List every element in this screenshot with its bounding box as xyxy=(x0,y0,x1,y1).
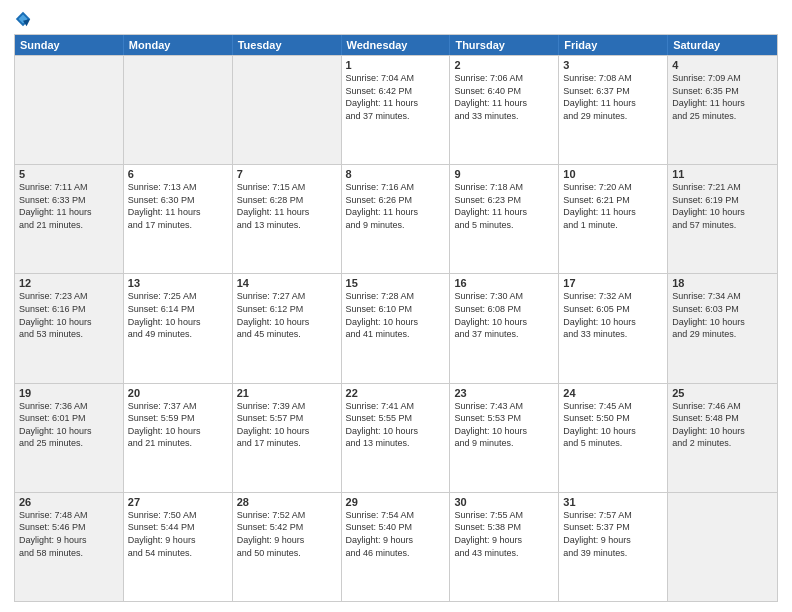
day-info: Sunrise: 7:45 AM Sunset: 5:50 PM Dayligh… xyxy=(563,400,663,450)
day-cell-15: 15Sunrise: 7:28 AM Sunset: 6:10 PM Dayli… xyxy=(342,274,451,382)
day-cell-24: 24Sunrise: 7:45 AM Sunset: 5:50 PM Dayli… xyxy=(559,384,668,492)
day-info: Sunrise: 7:54 AM Sunset: 5:40 PM Dayligh… xyxy=(346,509,446,559)
day-info: Sunrise: 7:16 AM Sunset: 6:26 PM Dayligh… xyxy=(346,181,446,231)
day-cell-26: 26Sunrise: 7:48 AM Sunset: 5:46 PM Dayli… xyxy=(15,493,124,601)
day-number: 15 xyxy=(346,277,446,289)
day-cell-9: 9Sunrise: 7:18 AM Sunset: 6:23 PM Daylig… xyxy=(450,165,559,273)
day-number: 19 xyxy=(19,387,119,399)
page: SundayMondayTuesdayWednesdayThursdayFrid… xyxy=(0,0,792,612)
logo xyxy=(14,10,35,28)
day-number: 17 xyxy=(563,277,663,289)
day-cell-1: 1Sunrise: 7:04 AM Sunset: 6:42 PM Daylig… xyxy=(342,56,451,164)
day-info: Sunrise: 7:11 AM Sunset: 6:33 PM Dayligh… xyxy=(19,181,119,231)
day-info: Sunrise: 7:50 AM Sunset: 5:44 PM Dayligh… xyxy=(128,509,228,559)
day-cell-8: 8Sunrise: 7:16 AM Sunset: 6:26 PM Daylig… xyxy=(342,165,451,273)
day-number: 31 xyxy=(563,496,663,508)
day-info: Sunrise: 7:43 AM Sunset: 5:53 PM Dayligh… xyxy=(454,400,554,450)
day-number: 14 xyxy=(237,277,337,289)
day-cell-14: 14Sunrise: 7:27 AM Sunset: 6:12 PM Dayli… xyxy=(233,274,342,382)
day-cell-12: 12Sunrise: 7:23 AM Sunset: 6:16 PM Dayli… xyxy=(15,274,124,382)
day-cell-23: 23Sunrise: 7:43 AM Sunset: 5:53 PM Dayli… xyxy=(450,384,559,492)
day-cell-16: 16Sunrise: 7:30 AM Sunset: 6:08 PM Dayli… xyxy=(450,274,559,382)
day-number: 25 xyxy=(672,387,773,399)
day-number: 8 xyxy=(346,168,446,180)
header-wednesday: Wednesday xyxy=(342,35,451,55)
day-cell-6: 6Sunrise: 7:13 AM Sunset: 6:30 PM Daylig… xyxy=(124,165,233,273)
header-sunday: Sunday xyxy=(15,35,124,55)
logo-icon xyxy=(14,10,32,28)
day-info: Sunrise: 7:52 AM Sunset: 5:42 PM Dayligh… xyxy=(237,509,337,559)
day-info: Sunrise: 7:55 AM Sunset: 5:38 PM Dayligh… xyxy=(454,509,554,559)
week-row-1: 5Sunrise: 7:11 AM Sunset: 6:33 PM Daylig… xyxy=(15,164,777,273)
day-info: Sunrise: 7:46 AM Sunset: 5:48 PM Dayligh… xyxy=(672,400,773,450)
day-info: Sunrise: 7:28 AM Sunset: 6:10 PM Dayligh… xyxy=(346,290,446,340)
day-info: Sunrise: 7:04 AM Sunset: 6:42 PM Dayligh… xyxy=(346,72,446,122)
empty-cell xyxy=(233,56,342,164)
day-info: Sunrise: 7:20 AM Sunset: 6:21 PM Dayligh… xyxy=(563,181,663,231)
day-number: 27 xyxy=(128,496,228,508)
day-cell-7: 7Sunrise: 7:15 AM Sunset: 6:28 PM Daylig… xyxy=(233,165,342,273)
day-number: 26 xyxy=(19,496,119,508)
day-info: Sunrise: 7:48 AM Sunset: 5:46 PM Dayligh… xyxy=(19,509,119,559)
day-number: 6 xyxy=(128,168,228,180)
day-cell-31: 31Sunrise: 7:57 AM Sunset: 5:37 PM Dayli… xyxy=(559,493,668,601)
day-number: 10 xyxy=(563,168,663,180)
day-info: Sunrise: 7:32 AM Sunset: 6:05 PM Dayligh… xyxy=(563,290,663,340)
day-number: 18 xyxy=(672,277,773,289)
day-cell-2: 2Sunrise: 7:06 AM Sunset: 6:40 PM Daylig… xyxy=(450,56,559,164)
day-info: Sunrise: 7:30 AM Sunset: 6:08 PM Dayligh… xyxy=(454,290,554,340)
day-info: Sunrise: 7:23 AM Sunset: 6:16 PM Dayligh… xyxy=(19,290,119,340)
week-row-2: 12Sunrise: 7:23 AM Sunset: 6:16 PM Dayli… xyxy=(15,273,777,382)
day-info: Sunrise: 7:18 AM Sunset: 6:23 PM Dayligh… xyxy=(454,181,554,231)
day-info: Sunrise: 7:21 AM Sunset: 6:19 PM Dayligh… xyxy=(672,181,773,231)
day-info: Sunrise: 7:06 AM Sunset: 6:40 PM Dayligh… xyxy=(454,72,554,122)
header-tuesday: Tuesday xyxy=(233,35,342,55)
day-number: 28 xyxy=(237,496,337,508)
day-cell-17: 17Sunrise: 7:32 AM Sunset: 6:05 PM Dayli… xyxy=(559,274,668,382)
day-cell-21: 21Sunrise: 7:39 AM Sunset: 5:57 PM Dayli… xyxy=(233,384,342,492)
day-info: Sunrise: 7:08 AM Sunset: 6:37 PM Dayligh… xyxy=(563,72,663,122)
header xyxy=(14,10,778,28)
day-info: Sunrise: 7:41 AM Sunset: 5:55 PM Dayligh… xyxy=(346,400,446,450)
day-cell-25: 25Sunrise: 7:46 AM Sunset: 5:48 PM Dayli… xyxy=(668,384,777,492)
day-info: Sunrise: 7:37 AM Sunset: 5:59 PM Dayligh… xyxy=(128,400,228,450)
header-monday: Monday xyxy=(124,35,233,55)
day-cell-11: 11Sunrise: 7:21 AM Sunset: 6:19 PM Dayli… xyxy=(668,165,777,273)
day-info: Sunrise: 7:13 AM Sunset: 6:30 PM Dayligh… xyxy=(128,181,228,231)
header-thursday: Thursday xyxy=(450,35,559,55)
empty-cell xyxy=(15,56,124,164)
day-number: 2 xyxy=(454,59,554,71)
week-row-4: 26Sunrise: 7:48 AM Sunset: 5:46 PM Dayli… xyxy=(15,492,777,601)
day-info: Sunrise: 7:15 AM Sunset: 6:28 PM Dayligh… xyxy=(237,181,337,231)
day-cell-19: 19Sunrise: 7:36 AM Sunset: 6:01 PM Dayli… xyxy=(15,384,124,492)
calendar-header-row: SundayMondayTuesdayWednesdayThursdayFrid… xyxy=(15,35,777,55)
header-saturday: Saturday xyxy=(668,35,777,55)
day-info: Sunrise: 7:27 AM Sunset: 6:12 PM Dayligh… xyxy=(237,290,337,340)
day-number: 23 xyxy=(454,387,554,399)
header-friday: Friday xyxy=(559,35,668,55)
day-info: Sunrise: 7:36 AM Sunset: 6:01 PM Dayligh… xyxy=(19,400,119,450)
day-cell-5: 5Sunrise: 7:11 AM Sunset: 6:33 PM Daylig… xyxy=(15,165,124,273)
day-number: 3 xyxy=(563,59,663,71)
day-number: 13 xyxy=(128,277,228,289)
day-info: Sunrise: 7:57 AM Sunset: 5:37 PM Dayligh… xyxy=(563,509,663,559)
day-cell-18: 18Sunrise: 7:34 AM Sunset: 6:03 PM Dayli… xyxy=(668,274,777,382)
day-number: 9 xyxy=(454,168,554,180)
day-number: 1 xyxy=(346,59,446,71)
day-info: Sunrise: 7:09 AM Sunset: 6:35 PM Dayligh… xyxy=(672,72,773,122)
day-cell-29: 29Sunrise: 7:54 AM Sunset: 5:40 PM Dayli… xyxy=(342,493,451,601)
day-cell-10: 10Sunrise: 7:20 AM Sunset: 6:21 PM Dayli… xyxy=(559,165,668,273)
empty-cell xyxy=(124,56,233,164)
day-cell-30: 30Sunrise: 7:55 AM Sunset: 5:38 PM Dayli… xyxy=(450,493,559,601)
day-info: Sunrise: 7:39 AM Sunset: 5:57 PM Dayligh… xyxy=(237,400,337,450)
day-info: Sunrise: 7:34 AM Sunset: 6:03 PM Dayligh… xyxy=(672,290,773,340)
day-cell-28: 28Sunrise: 7:52 AM Sunset: 5:42 PM Dayli… xyxy=(233,493,342,601)
calendar: SundayMondayTuesdayWednesdayThursdayFrid… xyxy=(14,34,778,602)
day-cell-4: 4Sunrise: 7:09 AM Sunset: 6:35 PM Daylig… xyxy=(668,56,777,164)
day-number: 29 xyxy=(346,496,446,508)
week-row-0: 1Sunrise: 7:04 AM Sunset: 6:42 PM Daylig… xyxy=(15,55,777,164)
day-number: 20 xyxy=(128,387,228,399)
calendar-body: 1Sunrise: 7:04 AM Sunset: 6:42 PM Daylig… xyxy=(15,55,777,601)
day-cell-22: 22Sunrise: 7:41 AM Sunset: 5:55 PM Dayli… xyxy=(342,384,451,492)
day-cell-13: 13Sunrise: 7:25 AM Sunset: 6:14 PM Dayli… xyxy=(124,274,233,382)
